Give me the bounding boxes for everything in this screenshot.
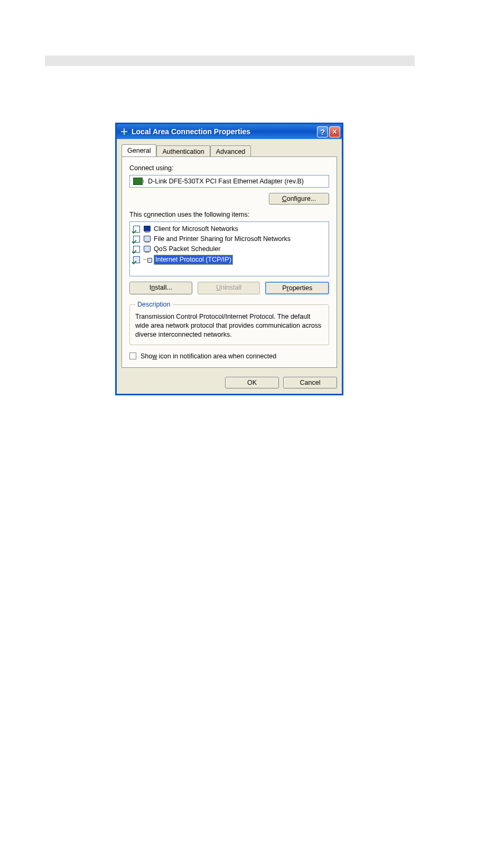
protocol-icon: [143, 256, 152, 264]
tabpanel-general: Connect using: D-Link DFE-530TX PCI Fast…: [122, 156, 337, 368]
install-button[interactable]: Install...: [129, 282, 192, 294]
show-icon-checkbox-row[interactable]: Show icon in notification area when conn…: [129, 353, 329, 360]
window-title: Local Area Connection Properties: [132, 127, 316, 136]
dialog-footer: OK Cancel: [117, 373, 342, 394]
checkbox-icon[interactable]: [129, 353, 136, 359]
uninstall-button: Uninstall: [198, 282, 260, 294]
dialog-window: Local Area Connection Properties ? × Gen…: [115, 123, 343, 395]
checkbox-icon[interactable]: [133, 246, 140, 253]
checkbox-icon[interactable]: [133, 256, 140, 263]
adapter-field[interactable]: D-Link DFE-530TX PCI Fast Ethernet Adapt…: [129, 175, 329, 188]
connection-icon: [120, 127, 128, 136]
description-group: Description Transmission Control Protoco…: [129, 301, 329, 345]
close-button[interactable]: ×: [329, 126, 340, 137]
list-item[interactable]: Client for Microsoft Networks: [132, 224, 326, 234]
connect-using-label: Connect using:: [129, 164, 329, 172]
item-label: File and Printer Sharing for Microsoft N…: [154, 235, 291, 244]
item-label: Internet Protocol (TCP/IP): [154, 255, 233, 265]
tabstrip: General Authentication Advanced: [122, 144, 337, 156]
configure-button[interactable]: Configure...: [269, 193, 329, 205]
client-icon: [143, 225, 152, 234]
properties-button[interactable]: Properties: [265, 282, 329, 294]
service-icon: [143, 245, 152, 254]
list-item[interactable]: QoS Packet Scheduler: [132, 244, 326, 254]
tab-authentication[interactable]: Authentication: [156, 145, 210, 157]
service-icon: [143, 235, 152, 244]
titlebar[interactable]: Local Area Connection Properties ? ×: [117, 124, 342, 139]
description-text: Transmission Control Protocol/Internet P…: [135, 312, 323, 339]
checkbox-icon[interactable]: [133, 226, 140, 233]
show-icon-label: Show icon in notification area when conn…: [141, 353, 276, 360]
adapter-name: D-Link DFE-530TX PCI Fast Ethernet Adapt…: [148, 178, 304, 185]
nic-icon: [133, 178, 143, 185]
description-legend: Description: [135, 301, 173, 308]
page-header-bar: [45, 55, 415, 66]
tab-advanced[interactable]: Advanced: [210, 145, 251, 157]
ok-button[interactable]: OK: [225, 377, 279, 388]
items-label: This connection uses the following items…: [129, 211, 329, 218]
help-button[interactable]: ?: [317, 126, 328, 137]
list-item[interactable]: File and Printer Sharing for Microsoft N…: [132, 234, 326, 244]
list-item[interactable]: Internet Protocol (TCP/IP): [132, 254, 326, 265]
item-label: Client for Microsoft Networks: [154, 225, 238, 234]
configure-button-rest: onfigure...: [287, 195, 316, 202]
tab-general[interactable]: General: [122, 144, 156, 156]
items-listbox[interactable]: Client for Microsoft Networks File and P…: [129, 221, 329, 276]
checkbox-icon[interactable]: [133, 236, 140, 243]
cancel-button[interactable]: Cancel: [283, 377, 337, 388]
item-label: QoS Packet Scheduler: [154, 245, 220, 254]
